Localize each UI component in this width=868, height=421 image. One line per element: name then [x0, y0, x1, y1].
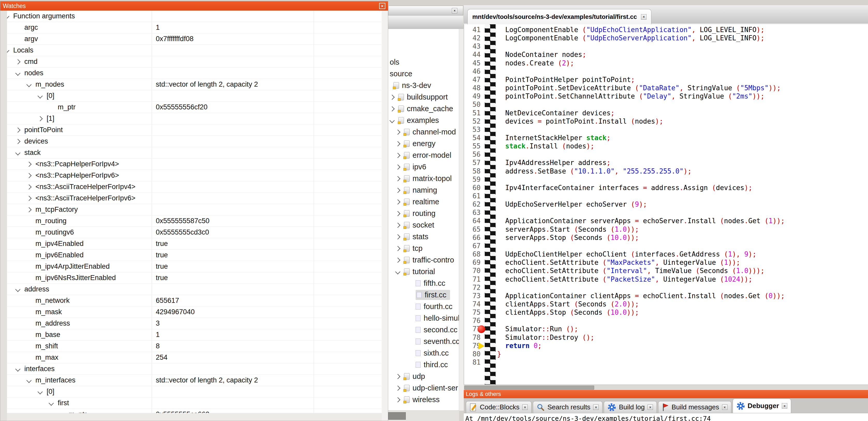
expander-icon[interactable] [395, 374, 400, 379]
watches-vertical-scrollbar[interactable] [381, 10, 388, 421]
debugger-log-content[interactable]: At /mnt/dev/tools/source/ns-3-dev/exampl… [464, 413, 868, 421]
close-icon[interactable]: × [641, 14, 647, 20]
expander-icon[interactable] [15, 150, 21, 155]
tree-item-matrix-topol[interactable]: matrix-topol [388, 173, 459, 184]
expander-icon[interactable] [26, 378, 32, 383]
close-icon[interactable]: × [522, 404, 528, 410]
logs-tab-build-log[interactable]: Build log× [604, 401, 657, 413]
close-icon[interactable]: × [782, 403, 787, 409]
watch-row[interactable]: pointToPoint [7, 124, 382, 136]
expander-icon[interactable] [395, 130, 400, 135]
management-titlebar[interactable]: × [388, 6, 463, 15]
expander-icon[interactable] [26, 184, 32, 190]
logs-tab-debugger[interactable]: Debugger× [733, 398, 791, 413]
tree-item-energy[interactable]: energy [388, 138, 459, 150]
watch-row[interactable]: <ns3::AsciiTraceHelperForIpv6> [7, 193, 382, 204]
watch-row[interactable]: <ns3::AsciiTraceHelperForIpv4> [7, 181, 382, 193]
watch-row[interactable]: m_ipv6NsRsJitterEnabledtrue [7, 272, 382, 284]
expander-icon[interactable] [15, 287, 21, 292]
watch-row[interactable]: argv0x7fffffffdf08 [7, 33, 382, 45]
watch-row[interactable]: <ns3::PcapHelperForIpv6> [7, 170, 382, 181]
expander-icon[interactable] [26, 162, 32, 167]
tree-item-stats[interactable]: stats [388, 231, 459, 242]
watch-row[interactable]: m_base1 [7, 329, 382, 341]
expander-icon[interactable] [15, 366, 21, 371]
watch-row[interactable]: Function arguments [7, 10, 382, 22]
expander-icon[interactable] [395, 269, 400, 274]
watches-horizontal-scrollbar[interactable] [7, 413, 382, 421]
close-icon[interactable]: × [722, 404, 727, 410]
expander-icon[interactable] [37, 93, 43, 99]
code-area[interactable]: 41 LogComponentEnable ("UdpEchoClientApp… [464, 24, 868, 385]
close-icon[interactable]: × [379, 3, 385, 9]
tree-item-tutorial[interactable]: tutorial [388, 266, 459, 278]
watch-row[interactable]: <ns3::PcapHelperForIpv4> [7, 159, 382, 170]
watch-row[interactable]: devices [7, 136, 382, 147]
tree-item-seventh-cc[interactable]: seventh.cc [388, 336, 459, 347]
watch-row[interactable]: [0] [7, 90, 382, 102]
breakpoint-icon[interactable] [477, 325, 485, 333]
expander-icon[interactable] [395, 164, 400, 170]
tree-item-naming[interactable]: naming [388, 184, 459, 196]
logs-tab-build-messages[interactable]: Build messages× [658, 401, 731, 413]
tree-item-fifth-cc[interactable]: fifth.cc [388, 278, 459, 289]
expander-icon[interactable] [395, 258, 400, 263]
tree-item-routing[interactable]: routing [388, 208, 459, 219]
watch-row[interactable]: m_routing0x555555587c50 [7, 216, 382, 227]
watch-row[interactable]: m_network655617 [7, 295, 382, 306]
tree-item-socket[interactable]: socket [388, 219, 459, 231]
scrollbar-thumb[interactable] [464, 386, 594, 390]
watch-row[interactable]: nodes [7, 67, 382, 79]
logs-tab-search-results[interactable]: Search results× [533, 401, 602, 413]
tree-horizontal-scrollbar[interactable] [388, 411, 459, 421]
editor-horizontal-scrollbar[interactable] [464, 385, 868, 390]
expander-icon[interactable] [395, 386, 400, 391]
expander-icon[interactable] [37, 116, 43, 121]
watch-row[interactable]: m_max254 [7, 352, 382, 363]
watch-row[interactable]: argc1 [7, 22, 382, 33]
close-icon[interactable]: × [593, 404, 598, 410]
tree-item-cmake-cache[interactable]: cmake_cache [388, 103, 459, 115]
expander-icon[interactable] [395, 176, 400, 181]
watch-row[interactable]: m_shift8 [7, 341, 382, 352]
tree-item-error-model[interactable]: error-model [388, 150, 459, 161]
close-icon[interactable]: × [648, 404, 653, 410]
watch-row[interactable]: interfaces [7, 363, 382, 375]
expander-icon[interactable] [7, 48, 9, 53]
logs-tab-code-blocks[interactable]: Code::Blocks× [466, 401, 532, 413]
close-icon[interactable]: × [452, 8, 457, 13]
watch-row[interactable]: stack [7, 147, 382, 159]
watch-row[interactable]: m_tcpFactory [7, 204, 382, 216]
watch-row[interactable]: cmd [7, 56, 382, 67]
expander-icon[interactable] [395, 234, 400, 239]
watch-row[interactable]: m_ipv4Enabledtrue [7, 238, 382, 250]
tree-item-examples[interactable]: examples [388, 115, 459, 126]
expander-icon[interactable] [15, 128, 21, 133]
watch-row[interactable]: m_address3 [7, 318, 382, 329]
expander-icon[interactable] [395, 397, 400, 402]
expander-icon[interactable] [395, 153, 400, 158]
expander-icon[interactable] [15, 71, 21, 76]
expander-icon[interactable] [26, 196, 32, 201]
watch-row[interactable]: m_routingv60x5555555cd3c0 [7, 227, 382, 238]
tree-item-channel-mod[interactable]: channel-mod [388, 126, 459, 138]
tree-item-second-cc[interactable]: second.cc [388, 324, 459, 336]
tree-item-wireless[interactable]: wireless [388, 394, 459, 406]
tree-item-udp-client-ser[interactable]: udp-client-ser [388, 382, 459, 394]
expander-icon[interactable] [390, 118, 395, 123]
tree-item-sixth-cc[interactable]: sixth.cc [388, 347, 459, 359]
expander-icon[interactable] [49, 400, 54, 406]
expander-icon[interactable] [26, 207, 32, 212]
watch-row[interactable]: address [7, 284, 382, 295]
expander-icon[interactable] [37, 389, 43, 394]
scrollbar-thumb[interactable] [388, 412, 406, 420]
watch-row[interactable]: m_ptr0x55555556cf20 [7, 102, 382, 113]
tree-item-source[interactable]: source [388, 68, 459, 79]
expander-icon[interactable] [395, 141, 400, 147]
watch-row[interactable]: m_nodesstd::vector of length 2, capacity… [7, 79, 382, 90]
watch-row[interactable]: first [7, 397, 382, 409]
expander-icon[interactable] [390, 106, 395, 111]
expander-icon[interactable] [395, 211, 400, 216]
watch-row[interactable]: m_interfacesstd::vector of length 2, cap… [7, 375, 382, 386]
tree-item-realtime[interactable]: realtime [388, 196, 459, 208]
